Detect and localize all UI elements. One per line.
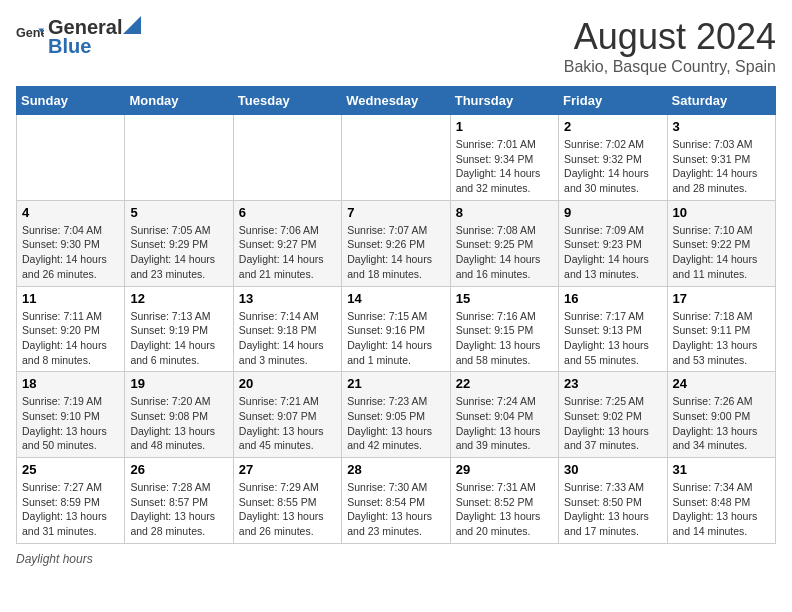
- day-info: Sunrise: 7:18 AM Sunset: 9:11 PM Dayligh…: [673, 309, 770, 368]
- day-info: Sunrise: 7:04 AM Sunset: 9:30 PM Dayligh…: [22, 223, 119, 282]
- calendar-day-cell: 8Sunrise: 7:08 AM Sunset: 9:25 PM Daylig…: [450, 200, 558, 286]
- calendar-day-cell: 20Sunrise: 7:21 AM Sunset: 9:07 PM Dayli…: [233, 372, 341, 458]
- calendar-day-cell: 16Sunrise: 7:17 AM Sunset: 9:13 PM Dayli…: [559, 286, 667, 372]
- day-number: 2: [564, 119, 661, 134]
- day-info: Sunrise: 7:07 AM Sunset: 9:26 PM Dayligh…: [347, 223, 444, 282]
- logo: General General Blue: [16, 16, 142, 58]
- day-number: 29: [456, 462, 553, 477]
- title-block: August 2024 Bakio, Basque Country, Spain: [564, 16, 776, 76]
- day-info: Sunrise: 7:06 AM Sunset: 9:27 PM Dayligh…: [239, 223, 336, 282]
- calendar-title: August 2024: [564, 16, 776, 58]
- calendar-day-cell: [233, 115, 341, 201]
- day-number: 21: [347, 376, 444, 391]
- day-number: 8: [456, 205, 553, 220]
- calendar-day-cell: 24Sunrise: 7:26 AM Sunset: 9:00 PM Dayli…: [667, 372, 775, 458]
- day-number: 22: [456, 376, 553, 391]
- calendar-week-row: 11Sunrise: 7:11 AM Sunset: 9:20 PM Dayli…: [17, 286, 776, 372]
- day-number: 24: [673, 376, 770, 391]
- day-info: Sunrise: 7:08 AM Sunset: 9:25 PM Dayligh…: [456, 223, 553, 282]
- calendar-day-cell: 4Sunrise: 7:04 AM Sunset: 9:30 PM Daylig…: [17, 200, 125, 286]
- day-info: Sunrise: 7:20 AM Sunset: 9:08 PM Dayligh…: [130, 394, 227, 453]
- day-number: 17: [673, 291, 770, 306]
- day-number: 14: [347, 291, 444, 306]
- day-number: 25: [22, 462, 119, 477]
- logo-triangle-icon: [123, 16, 141, 34]
- day-number: 28: [347, 462, 444, 477]
- day-info: Sunrise: 7:34 AM Sunset: 8:48 PM Dayligh…: [673, 480, 770, 539]
- calendar-day-cell: 1Sunrise: 7:01 AM Sunset: 9:34 PM Daylig…: [450, 115, 558, 201]
- calendar-day-cell: [342, 115, 450, 201]
- calendar-day-cell: [17, 115, 125, 201]
- calendar-day-cell: 6Sunrise: 7:06 AM Sunset: 9:27 PM Daylig…: [233, 200, 341, 286]
- day-number: 18: [22, 376, 119, 391]
- day-info: Sunrise: 7:33 AM Sunset: 8:50 PM Dayligh…: [564, 480, 661, 539]
- calendar-day-cell: 31Sunrise: 7:34 AM Sunset: 8:48 PM Dayli…: [667, 458, 775, 544]
- day-info: Sunrise: 7:14 AM Sunset: 9:18 PM Dayligh…: [239, 309, 336, 368]
- svg-marker-2: [123, 16, 141, 34]
- day-info: Sunrise: 7:28 AM Sunset: 8:57 PM Dayligh…: [130, 480, 227, 539]
- calendar-day-cell: 13Sunrise: 7:14 AM Sunset: 9:18 PM Dayli…: [233, 286, 341, 372]
- day-info: Sunrise: 7:29 AM Sunset: 8:55 PM Dayligh…: [239, 480, 336, 539]
- calendar-day-cell: 10Sunrise: 7:10 AM Sunset: 9:22 PM Dayli…: [667, 200, 775, 286]
- weekday-header: Friday: [559, 87, 667, 115]
- day-number: 12: [130, 291, 227, 306]
- calendar-header-row: SundayMondayTuesdayWednesdayThursdayFrid…: [17, 87, 776, 115]
- calendar-day-cell: 12Sunrise: 7:13 AM Sunset: 9:19 PM Dayli…: [125, 286, 233, 372]
- day-number: 4: [22, 205, 119, 220]
- day-number: 13: [239, 291, 336, 306]
- calendar-day-cell: 23Sunrise: 7:25 AM Sunset: 9:02 PM Dayli…: [559, 372, 667, 458]
- day-number: 9: [564, 205, 661, 220]
- day-number: 3: [673, 119, 770, 134]
- calendar-day-cell: 19Sunrise: 7:20 AM Sunset: 9:08 PM Dayli…: [125, 372, 233, 458]
- day-info: Sunrise: 7:05 AM Sunset: 9:29 PM Dayligh…: [130, 223, 227, 282]
- weekday-header: Wednesday: [342, 87, 450, 115]
- day-info: Sunrise: 7:03 AM Sunset: 9:31 PM Dayligh…: [673, 137, 770, 196]
- day-number: 15: [456, 291, 553, 306]
- calendar-day-cell: 27Sunrise: 7:29 AM Sunset: 8:55 PM Dayli…: [233, 458, 341, 544]
- daylight-label: Daylight hours: [16, 552, 93, 566]
- calendar-day-cell: 15Sunrise: 7:16 AM Sunset: 9:15 PM Dayli…: [450, 286, 558, 372]
- calendar-day-cell: 9Sunrise: 7:09 AM Sunset: 9:23 PM Daylig…: [559, 200, 667, 286]
- calendar-day-cell: 2Sunrise: 7:02 AM Sunset: 9:32 PM Daylig…: [559, 115, 667, 201]
- calendar-day-cell: 17Sunrise: 7:18 AM Sunset: 9:11 PM Dayli…: [667, 286, 775, 372]
- day-info: Sunrise: 7:21 AM Sunset: 9:07 PM Dayligh…: [239, 394, 336, 453]
- weekday-header: Thursday: [450, 87, 558, 115]
- day-info: Sunrise: 7:31 AM Sunset: 8:52 PM Dayligh…: [456, 480, 553, 539]
- day-info: Sunrise: 7:23 AM Sunset: 9:05 PM Dayligh…: [347, 394, 444, 453]
- day-info: Sunrise: 7:26 AM Sunset: 9:00 PM Dayligh…: [673, 394, 770, 453]
- calendar-day-cell: 25Sunrise: 7:27 AM Sunset: 8:59 PM Dayli…: [17, 458, 125, 544]
- calendar-day-cell: 7Sunrise: 7:07 AM Sunset: 9:26 PM Daylig…: [342, 200, 450, 286]
- calendar-day-cell: 14Sunrise: 7:15 AM Sunset: 9:16 PM Dayli…: [342, 286, 450, 372]
- calendar-day-cell: 18Sunrise: 7:19 AM Sunset: 9:10 PM Dayli…: [17, 372, 125, 458]
- day-number: 19: [130, 376, 227, 391]
- day-info: Sunrise: 7:16 AM Sunset: 9:15 PM Dayligh…: [456, 309, 553, 368]
- footer: Daylight hours: [16, 552, 776, 566]
- day-info: Sunrise: 7:17 AM Sunset: 9:13 PM Dayligh…: [564, 309, 661, 368]
- logo-icon: General: [16, 23, 44, 51]
- page-header: General General Blue August 2024 Bakio, …: [16, 16, 776, 76]
- day-info: Sunrise: 7:15 AM Sunset: 9:16 PM Dayligh…: [347, 309, 444, 368]
- day-info: Sunrise: 7:25 AM Sunset: 9:02 PM Dayligh…: [564, 394, 661, 453]
- day-number: 1: [456, 119, 553, 134]
- day-number: 31: [673, 462, 770, 477]
- calendar-week-row: 18Sunrise: 7:19 AM Sunset: 9:10 PM Dayli…: [17, 372, 776, 458]
- calendar-subtitle: Bakio, Basque Country, Spain: [564, 58, 776, 76]
- weekday-header: Tuesday: [233, 87, 341, 115]
- day-number: 30: [564, 462, 661, 477]
- weekday-header: Monday: [125, 87, 233, 115]
- day-number: 5: [130, 205, 227, 220]
- svg-text:General: General: [16, 26, 44, 40]
- calendar-day-cell: 30Sunrise: 7:33 AM Sunset: 8:50 PM Dayli…: [559, 458, 667, 544]
- calendar-week-row: 1Sunrise: 7:01 AM Sunset: 9:34 PM Daylig…: [17, 115, 776, 201]
- day-info: Sunrise: 7:02 AM Sunset: 9:32 PM Dayligh…: [564, 137, 661, 196]
- day-number: 6: [239, 205, 336, 220]
- day-number: 11: [22, 291, 119, 306]
- day-number: 7: [347, 205, 444, 220]
- day-info: Sunrise: 7:24 AM Sunset: 9:04 PM Dayligh…: [456, 394, 553, 453]
- calendar-day-cell: 5Sunrise: 7:05 AM Sunset: 9:29 PM Daylig…: [125, 200, 233, 286]
- day-number: 27: [239, 462, 336, 477]
- day-number: 20: [239, 376, 336, 391]
- day-info: Sunrise: 7:19 AM Sunset: 9:10 PM Dayligh…: [22, 394, 119, 453]
- calendar-day-cell: 28Sunrise: 7:30 AM Sunset: 8:54 PM Dayli…: [342, 458, 450, 544]
- calendar-week-row: 25Sunrise: 7:27 AM Sunset: 8:59 PM Dayli…: [17, 458, 776, 544]
